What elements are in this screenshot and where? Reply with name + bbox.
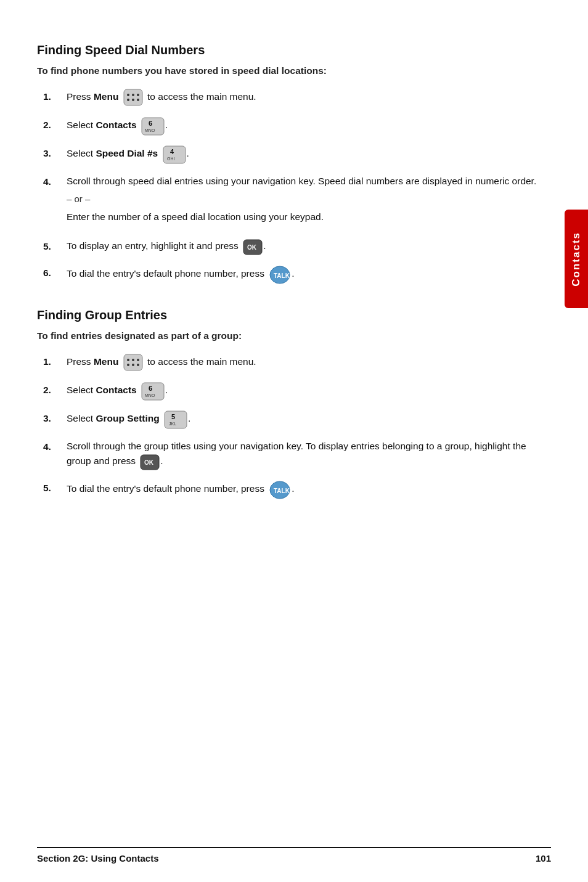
menu-key-icon [123,354,143,371]
svg-text:MNO: MNO [145,393,155,398]
svg-text:4: 4 [170,148,174,155]
svg-point-5 [132,99,134,101]
step-number: 1. [43,354,67,369]
step-content: Select Contacts 6 MNO . [67,382,551,399]
talk-key-icon: TALK [269,480,290,499]
svg-point-22 [132,364,134,366]
bold-term: Menu [94,91,118,102]
side-tab: Contacts [565,210,588,308]
step-number: 5. [43,239,67,253]
bold-term: Contacts [96,385,136,396]
section1-intro: To find phone numbers you have stored in… [37,63,551,78]
step-number: 6. [43,265,67,280]
svg-point-4 [127,99,129,101]
step-number: 2. [43,117,67,132]
step-number: 4. [43,439,67,454]
svg-text:OK: OK [144,459,154,466]
group-setting-label: Group Setting [96,414,159,424]
bold-term: Speed Dial #s [96,148,158,158]
step-content: Select Contacts 6 MNO . [67,117,551,134]
svg-point-2 [132,94,134,96]
step-content: To dial the entry's default phone number… [67,265,551,284]
footer-section-label: Section 2G: Using Contacts [37,853,159,864]
section2-steps: 1. Press Menu to access the main menu. [43,354,551,498]
step-content: Scroll through the group titles using yo… [67,439,551,468]
list-item: 3. Select Group Setting 5 JKL . [43,410,551,428]
or-divider: – or – [67,192,551,206]
section2-intro: To find entries designated as part of a … [37,329,551,343]
svg-text:MNO: MNO [145,128,155,133]
list-item: 2. Select Contacts 6 MNO . [43,117,551,134]
list-item: 4. Scroll through the group titles using… [43,439,551,468]
ok-key-icon: OK [140,454,158,469]
step-number: 3. [43,145,67,160]
step-content: Press Menu to access the main menu. [67,89,551,106]
list-item: 2. Select Contacts 6 MNO . [43,382,551,399]
svg-point-18 [127,359,129,361]
contacts-key-icon: 6 MNO [141,117,163,134]
list-item: 4. Scroll through speed dial entries usi… [43,174,551,227]
side-tab-label: Contacts [570,232,582,287]
svg-point-19 [132,359,134,361]
svg-rect-0 [124,89,142,105]
svg-text:5: 5 [171,413,175,420]
list-item: 3. Select Speed Dial #s 4 GHI . [43,145,551,163]
contacts-key-icon: 6 MNO [141,382,163,399]
svg-text:OK: OK [247,244,257,251]
bold-term: Menu [94,357,118,367]
svg-point-21 [127,364,129,366]
group-setting-key-icon: 5 JKL [164,410,186,428]
step-content: Scroll through speed dial entries using … [67,174,551,227]
svg-rect-17 [124,354,142,370]
svg-text:6: 6 [149,385,152,392]
step-number: 3. [43,410,67,425]
section1-heading: Finding Speed Dial Numbers [37,43,551,57]
step-text: Scroll through speed dial entries using … [67,174,551,188]
svg-point-6 [137,99,139,101]
step-number: 4. [43,174,67,189]
svg-point-23 [137,364,139,366]
step-number: 5. [43,480,67,495]
ok-key-icon: OK [243,239,261,254]
section1-steps: 1. Press Menu to access the main menu [43,89,551,284]
bold-term: Contacts [96,120,136,130]
svg-text:TALK: TALK [274,488,290,494]
list-item: 6. To dial the entry's default phone num… [43,265,551,284]
list-item: 1. Press Menu to access the main menu [43,89,551,106]
step-number: 1. [43,89,67,104]
list-item: 5. To display an entry, highlight it and… [43,239,551,254]
svg-text:GHI: GHI [167,157,175,161]
page-footer: Section 2G: Using Contacts 101 [37,847,551,864]
svg-text:JKL: JKL [169,422,176,426]
svg-point-3 [137,94,139,96]
svg-point-20 [137,359,139,361]
svg-text:TALK: TALK [274,272,290,279]
step-content: Press Menu to access the main menu. [67,354,551,371]
step-number: 2. [43,382,67,397]
section2-heading: Finding Group Entries [37,308,551,322]
step-content: Select Group Setting 5 JKL . [67,410,551,428]
svg-text:6: 6 [149,120,152,127]
page-container: Contacts Finding Speed Dial Numbers To f… [0,0,588,882]
page-number: 101 [536,853,551,864]
list-item: 1. Press Menu to access the main menu. [43,354,551,371]
talk-key-icon: TALK [269,265,290,284]
svg-point-1 [127,94,129,96]
menu-key-icon [123,89,143,106]
speed-dial-key-icon: 4 GHI [163,145,185,163]
step-content: To display an entry, highlight it and pr… [67,239,551,254]
list-item: 5. To dial the entry's default phone num… [43,480,551,499]
step-alt-text: Enter the number of a speed dial locatio… [67,210,551,224]
step-content: To dial the entry's default phone number… [67,480,551,499]
step-content: Select Speed Dial #s 4 GHI . [67,145,551,163]
